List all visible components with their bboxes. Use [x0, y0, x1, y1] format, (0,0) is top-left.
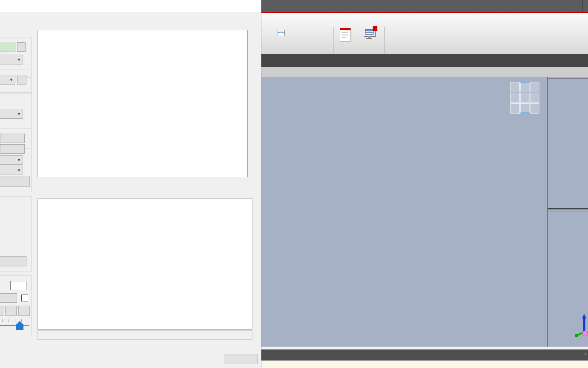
menu-item-story-yield-factor[interactable] [278, 29, 287, 37]
chart-toolbar [38, 184, 252, 197]
hysteresis-chart-panel [38, 30, 248, 177]
frame-number-input[interactable] [10, 281, 26, 290]
hysteresis-chart [38, 30, 247, 177]
result-table-icon [364, 28, 377, 39]
app-root: { "ribbon": { "menu_item": "楼层屈服强度系数..."… [0, 0, 588, 368]
rotate-up-button[interactable] [520, 82, 530, 92]
combo-1[interactable]: ▼ [0, 55, 23, 64]
skip-end-button[interactable] [18, 306, 30, 316]
text-result-icon [340, 28, 351, 41]
combo-4[interactable]: ▼ [0, 166, 23, 175]
result-table-button[interactable] [359, 26, 381, 58]
top-view-button[interactable] [520, 93, 530, 103]
rotate-right-button[interactable] [530, 93, 539, 103]
record-checkbox[interactable] [21, 295, 28, 301]
slider-ticks [0, 319, 29, 322]
rotate-corner-icon[interactable] [530, 82, 539, 92]
rotate-corner-icon[interactable] [510, 82, 520, 92]
coordinate-status-bar [38, 330, 252, 340]
close-icon[interactable] [252, 2, 260, 10]
close-button[interactable] [224, 354, 258, 364]
view-orientation-widget [510, 82, 540, 114]
building-model[interactable] [263, 77, 547, 347]
step-slider-track[interactable] [0, 325, 29, 326]
rotate-corner-icon[interactable] [510, 103, 520, 114]
axis-triad-icon [575, 313, 588, 338]
combo-fiber[interactable]: ▼ [0, 109, 23, 119]
bottom-tab-band[interactable]: + [261, 349, 588, 361]
rotate-down-button[interactable] [520, 103, 530, 114]
fiber-section-panel [38, 199, 252, 330]
combo-3[interactable]: ▼ [0, 155, 23, 165]
plot-button[interactable] [0, 176, 30, 187]
my-mz-button[interactable] [0, 144, 25, 154]
fast-forward-button[interactable] [5, 306, 17, 316]
hysteresis-graph-dialog: ▼ ▼ ▼ ▼ ▼ [0, 0, 261, 368]
name-field[interactable] [0, 42, 15, 52]
chart-mini-icon [278, 30, 285, 36]
status-strip [261, 361, 588, 368]
bmp-button[interactable] [0, 256, 26, 266]
fiber-section-view[interactable] [38, 208, 252, 328]
play-button[interactable] [0, 306, 3, 316]
record-button[interactable] [0, 293, 17, 303]
dialog-title-bar[interactable] [0, 0, 261, 12]
ry-my-button[interactable] [0, 134, 25, 143]
browse-button[interactable] [17, 75, 26, 85]
rotate-left-button[interactable] [510, 93, 520, 103]
en-button[interactable] [17, 42, 26, 52]
combo-2[interactable]: ▼ [0, 75, 15, 85]
text-result-button[interactable] [334, 26, 356, 58]
rotate-corner-icon[interactable] [530, 103, 539, 114]
title-band-divider [582, 0, 582, 12]
post-processor-panel [548, 77, 588, 347]
